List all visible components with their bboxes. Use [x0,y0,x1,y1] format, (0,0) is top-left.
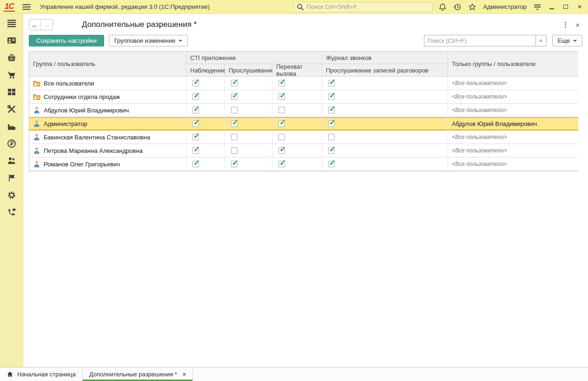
watch-checkbox[interactable] [192,107,199,113]
watch-checkbox[interactable] [192,93,199,100]
current-user[interactable]: Администратор [483,3,527,10]
records-checkbox[interactable] [328,134,335,140]
only-groups-cell[interactable]: <Все пользователи> [448,77,578,90]
only-groups-cell[interactable]: <Все пользователи> [448,90,578,104]
watch-cell[interactable] [186,131,225,144]
user-name-cell[interactable]: Бакинская Валентина Станиславовна [29,131,186,144]
listen-checkbox[interactable] [231,134,238,140]
intercept-cell[interactable] [272,90,322,104]
watch-cell[interactable] [186,77,225,90]
intercept-cell[interactable] [272,104,322,117]
column-header-only-groups[interactable]: Только группы / пользователи [448,52,578,77]
home-tab[interactable]: Начальная страница [0,368,83,381]
listen-checkbox[interactable] [231,107,238,113]
user-name-cell[interactable]: Петрова Марианна Александровна [29,144,186,158]
listen-checkbox[interactable] [231,120,238,127]
listen-checkbox[interactable] [231,80,238,86]
permissions-tab[interactable]: Дополнительные разрешения * × [83,368,193,381]
listen-cell[interactable] [225,117,272,131]
watch-checkbox[interactable] [192,134,199,140]
user-name-cell[interactable]: Администратор [29,117,186,131]
records-cell[interactable] [322,131,448,144]
ruble-icon[interactable] [6,139,17,148]
watch-cell[interactable] [186,158,225,171]
records-cell[interactable] [322,77,448,90]
intercept-checkbox[interactable] [278,80,285,86]
records-cell[interactable] [322,158,448,171]
intercept-checkbox[interactable] [278,147,285,154]
intercept-cell[interactable] [272,144,322,158]
column-header-listen[interactable]: Прослушивание [225,64,272,77]
maximize-button[interactable] [561,2,570,12]
bell-icon[interactable] [437,2,448,12]
watch-checkbox[interactable] [192,120,199,127]
watch-checkbox[interactable] [192,80,199,86]
only-groups-cell[interactable]: <Все пользователи> [448,158,578,171]
flag-icon[interactable] [6,173,17,183]
watch-cell[interactable] [186,117,225,131]
records-checkbox[interactable] [328,161,335,167]
only-groups-cell[interactable]: Абдулов Юрий Владимирович [448,117,578,131]
records-checkbox[interactable] [328,80,335,86]
history-icon[interactable] [452,2,462,12]
listen-cell[interactable] [225,158,272,171]
close-app-button[interactable]: × [575,2,584,12]
intercept-checkbox[interactable] [278,161,285,167]
column-header-records[interactable]: Прослушивание записей разговоров [322,64,448,77]
watch-checkbox[interactable] [192,161,199,167]
people-icon[interactable] [6,156,17,165]
records-cell[interactable] [322,104,448,117]
watch-cell[interactable] [186,144,225,158]
listen-checkbox[interactable] [231,147,238,154]
column-group-cti[interactable]: CTI приложение [186,52,322,64]
group-change-button[interactable]: Групповое изменение [109,35,188,46]
listen-checkbox[interactable] [231,161,238,167]
records-checkbox[interactable] [328,120,335,127]
minimize-button[interactable] [547,2,556,12]
global-search[interactable] [293,2,433,12]
user-name-cell[interactable]: Все пользователи [29,77,186,90]
records-checkbox[interactable] [328,107,335,113]
records-cell[interactable] [322,90,448,104]
menu-lines-icon[interactable] [6,19,17,28]
service-menu-icon[interactable] [532,2,542,12]
listen-checkbox[interactable] [231,93,238,100]
id-card-icon[interactable] [6,36,17,45]
only-groups-cell[interactable]: <Все пользователи> [448,131,578,144]
listen-cell[interactable] [225,131,272,144]
star-icon[interactable] [467,2,477,12]
gear-icon[interactable] [6,190,17,200]
table-search-input[interactable] [424,35,535,46]
intercept-cell[interactable] [272,158,322,171]
intercept-checkbox[interactable] [278,134,285,140]
records-checkbox[interactable] [328,147,335,154]
watch-checkbox[interactable] [192,147,199,154]
column-header-watch[interactable]: Наблюдение [186,64,225,77]
phone-chat-icon[interactable] [6,208,17,217]
tab-close-icon[interactable]: × [183,371,186,378]
intercept-cell[interactable] [272,77,322,90]
cart-icon[interactable] [6,70,17,79]
listen-cell[interactable] [225,144,272,158]
only-groups-cell[interactable]: <Все пользователи> [448,104,578,117]
listen-cell[interactable] [225,90,272,104]
global-search-input[interactable] [306,3,429,10]
intercept-cell[interactable] [272,117,322,131]
user-name-cell[interactable]: Романов Олег Григорьевич [29,158,186,171]
listen-cell[interactable] [225,104,272,117]
column-group-call-log[interactable]: Журнал звонков [322,52,448,64]
column-header-intercept[interactable]: Перехват вызова [272,64,322,77]
intercept-cell[interactable] [272,131,322,144]
back-button[interactable]: ← [29,20,41,30]
records-checkbox[interactable] [328,93,335,100]
user-name-cell[interactable]: Абдулов Юрий Владимирович [29,104,186,117]
close-form-button[interactable]: × [575,21,580,29]
intercept-checkbox[interactable] [278,107,285,113]
user-name-cell[interactable]: Сотрудники отдела продаж [29,90,186,104]
vertical-dots-icon[interactable] [564,21,567,29]
listen-cell[interactable] [225,77,272,90]
tools-icon[interactable] [6,105,17,114]
main-menu-icon[interactable] [22,4,31,10]
only-groups-cell[interactable]: <Все пользователи> [448,144,578,158]
column-header-user[interactable]: Группа / пользователь [29,52,186,77]
